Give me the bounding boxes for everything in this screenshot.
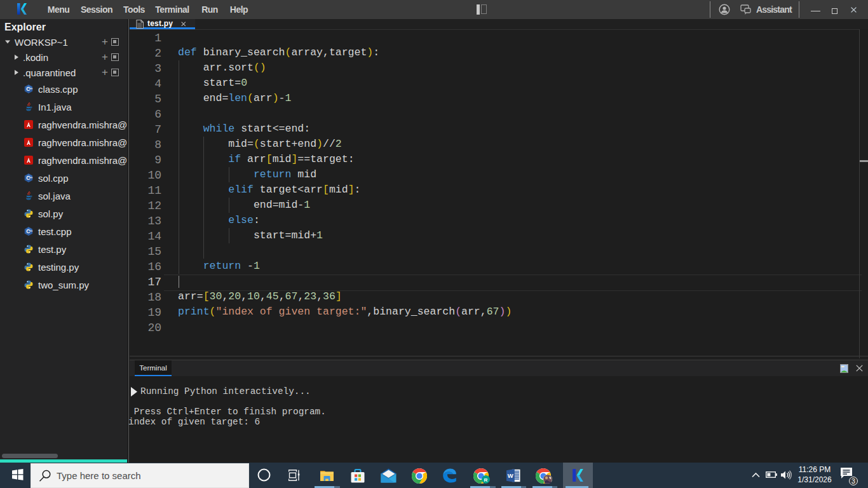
svg-text:++: ++ — [29, 87, 33, 90]
svg-text:++: ++ — [29, 229, 33, 233]
svg-text:R: R — [484, 477, 488, 483]
svg-text:++: ++ — [29, 176, 33, 179]
svg-text:W: W — [508, 472, 513, 479]
